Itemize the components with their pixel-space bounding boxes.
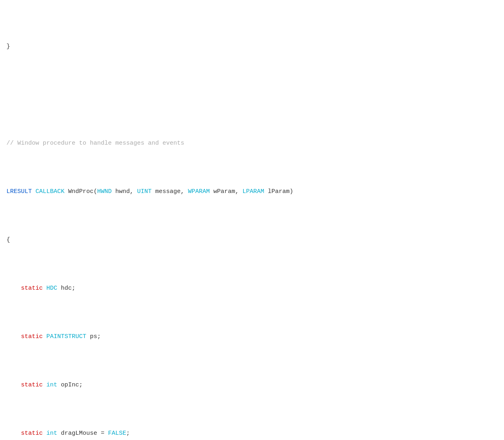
code-editor: } // Window procedure to handle messages… [0, 0, 504, 440]
code-line-3: // Window procedure to handle messages a… [6, 139, 498, 148]
code-line-1: } [6, 42, 498, 52]
code-line-9: static int dragLMouse = FALSE; [6, 429, 498, 438]
code-content: } // Window procedure to handle messages… [0, 0, 504, 440]
code-line-4: LRESULT CALLBACK WndProc(HWND hwnd, UINT… [6, 187, 498, 197]
code-line-8: static int opInc; [6, 380, 498, 390]
code-line-5: { [6, 235, 498, 245]
code-line-6: static HDC hdc; [6, 284, 498, 293]
code-line-7: static PAINTSTRUCT ps; [6, 332, 498, 342]
code-line-2 [6, 90, 498, 100]
